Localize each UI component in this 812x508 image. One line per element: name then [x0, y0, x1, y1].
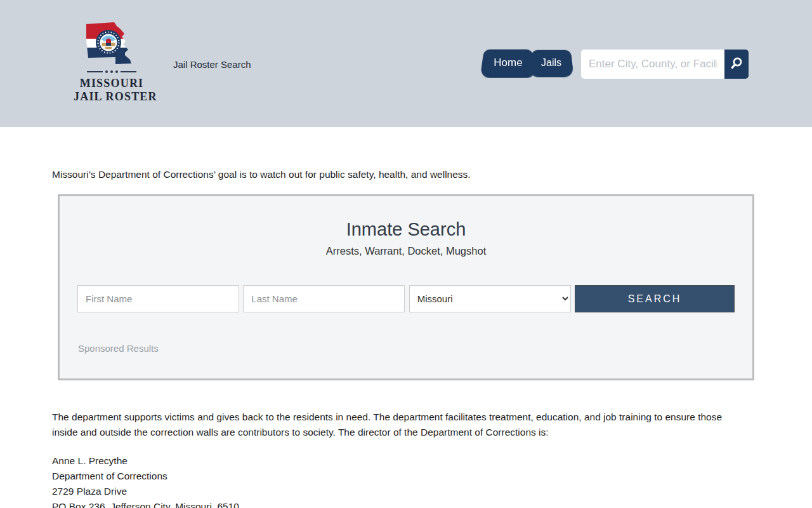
address-block: Anne L. Precythe Department of Correctio…: [52, 453, 760, 508]
main-content: Missouri’s Department of Corrections’ go…: [52, 169, 760, 508]
address-director-name: Anne L. Precythe: [52, 453, 760, 469]
logo-text-line2: JAIL ROSTER: [74, 90, 150, 104]
missouri-state-flag-seal-icon: [74, 19, 150, 67]
nav-tab-jails-label: Jails: [530, 49, 572, 76]
site-logo[interactable]: MISSOURI JAIL ROSTER: [74, 19, 150, 104]
inmate-search-form: Missouri SEARCH: [75, 285, 737, 312]
sponsored-results-label: Sponsored Results: [75, 343, 737, 354]
facility-search-bar: [581, 50, 749, 79]
nav-tab-home[interactable]: Home: [482, 48, 534, 77]
state-select[interactable]: Missouri: [409, 285, 571, 312]
logo-divider: [74, 70, 150, 73]
facility-search-input[interactable]: [581, 50, 724, 79]
main-nav: Home Jails: [482, 48, 572, 77]
intro-text: Missouri’s Department of Corrections’ go…: [52, 169, 760, 180]
first-name-input[interactable]: [77, 285, 239, 312]
logo-text-line1: MISSOURI: [74, 77, 150, 90]
last-name-input[interactable]: [243, 285, 405, 312]
inmate-search-title: Inmate Search: [75, 219, 737, 240]
address-department: Department of Corrections: [52, 469, 760, 484]
nav-tab-home-label: Home: [482, 48, 534, 77]
address-street: 2729 Plaza Drive: [52, 484, 760, 499]
address-city-line: PO Box 236, Jefferson City, Missouri, 65…: [52, 499, 760, 508]
inmate-search-subtitle: Arrests, Warrant, Docket, Mugshot: [75, 245, 737, 257]
site-header: MISSOURI JAIL ROSTER Jail Roster Search …: [0, 0, 812, 127]
nav-tab-jails[interactable]: Jails: [530, 49, 572, 76]
facility-search-button[interactable]: [724, 50, 749, 79]
inmate-search-box: Inmate Search Arrests, Warrant, Docket, …: [58, 194, 754, 380]
inmate-search-button[interactable]: SEARCH: [575, 285, 735, 312]
department-description: The department supports victims and give…: [52, 410, 750, 440]
site-tagline: Jail Roster Search: [173, 59, 251, 70]
search-icon: [729, 56, 744, 73]
